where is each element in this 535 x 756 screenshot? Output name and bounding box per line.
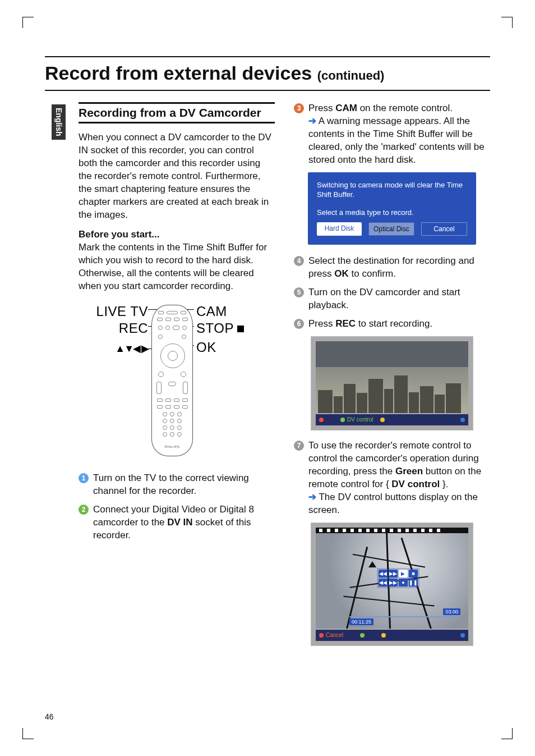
next-button[interactable]: ▶▶ [389, 579, 398, 587]
step-2: 2 Connect your Digital Video or Digital … [79, 503, 275, 542]
callout-nav-text: ▲▼◀ ▶ [115, 343, 148, 354]
dialog-msg: Switching to camera mode will clear the … [317, 180, 467, 200]
step-3-line: Press CAM on the remote control. [308, 103, 453, 113]
pause-button[interactable]: ❚❚ [409, 579, 418, 587]
step-7-line: To use the recorder's remote control to … [308, 440, 481, 489]
badge-3: 3 [294, 103, 304, 113]
callout-ok: OK [196, 338, 216, 356]
badge-7: 7 [294, 441, 304, 451]
green-dot-icon [340, 418, 345, 422]
green-dot-icon [360, 633, 365, 638]
hard-disk-button[interactable]: Hard Disk [317, 222, 362, 236]
remote-row-6 [152, 382, 192, 394]
blue-dot-icon [460, 633, 465, 638]
scene-city [316, 341, 468, 413]
step-6-text: Press REC to start recording. [308, 318, 490, 331]
record-button[interactable]: ● [399, 579, 408, 587]
remote-row-8 [152, 405, 192, 409]
callout-rec: REC [76, 319, 148, 337]
arrow-icon: ➔ [308, 116, 316, 126]
step-3-sub: A warning message appears. All the conte… [308, 116, 485, 165]
right-column: 3 Press CAM on the remote control. ➔ A w… [294, 102, 490, 655]
step-7-sub: The DV control buttons display on the sc… [308, 492, 478, 515]
yellow-dot-icon [381, 633, 386, 638]
step-3-result: ➔ A warning message appears. All the con… [308, 115, 490, 167]
remote-row-10 [152, 419, 192, 423]
remote-row-4 [152, 335, 192, 339]
step-6-b: REC [335, 318, 356, 329]
badge-2: 2 [79, 505, 89, 515]
callout-nav: ▲▼◀ ▶ [76, 342, 148, 355]
step-4-b: OK [334, 268, 349, 279]
callout-livetv: LIVE TV [76, 303, 148, 320]
buildings [316, 372, 468, 413]
remote-row-12 [152, 432, 192, 437]
dv-control-label: DV control [347, 416, 373, 424]
crop-mark [501, 728, 513, 739]
arrow-icon: ➔ [308, 492, 316, 502]
intro-paragraph: When you connect a DV camcorder to the D… [79, 131, 275, 222]
remote-row-9 [152, 412, 192, 416]
before-start-text: Mark the contents in the Time Shift Buff… [79, 242, 267, 291]
callout-ok-text: OK [196, 340, 216, 355]
remote-outline: PHILIPS [151, 305, 193, 456]
progress-bar[interactable] [349, 616, 460, 617]
status-bar: DV control [316, 414, 468, 425]
crop-mark [22, 728, 34, 739]
timecode-total: 03:00 [443, 608, 460, 615]
red-dot-icon [319, 633, 324, 638]
fast-forward-button[interactable]: ▶▶ [389, 570, 398, 578]
blue-dot-icon [460, 418, 465, 422]
dv-control-indicator: DV control [340, 416, 373, 424]
step-3-a: Press [308, 103, 335, 113]
scene-tower: ◀◀ ▶▶ ▶ ■ ◀◀ ▶▶ ● ❚❚ 00:11:25 03:00 [316, 528, 468, 629]
rewind-button[interactable]: ◀◀ [379, 570, 388, 578]
step-6: 6 Press REC to start recording. [294, 318, 490, 331]
dialog-buttons: Hard Disk Optical Disc Cancel [317, 222, 467, 236]
step-7-b: Green [395, 466, 423, 476]
step-2-b: DV IN [167, 517, 192, 528]
crop-mark [501, 17, 513, 28]
step-3-c: on the remote control. [357, 103, 453, 113]
prev-button[interactable]: ◀◀ [379, 579, 388, 587]
callout-rec-text: REC [119, 320, 148, 336]
callout-stop-text: STOP [196, 320, 234, 336]
page-title-continued: (continued) [317, 68, 385, 83]
remote-row-2 [152, 318, 192, 321]
remote-row-5 [152, 372, 192, 377]
step-6-c: to start recording. [356, 318, 432, 329]
cursor-icon [368, 561, 376, 567]
yellow-dot-icon [380, 418, 385, 422]
step-2-text: Connect your Digital Video or Digital 8 … [93, 503, 275, 542]
section-title: Recording from a DV Camcorder [79, 102, 275, 123]
dv-control-panel: ◀◀ ▶▶ ▶ ■ ◀◀ ▶▶ ● ❚❚ [377, 568, 419, 588]
step-1: 1 Turn on the TV to the correct viewing … [79, 472, 275, 498]
page-title-text: Record from external devices [45, 62, 312, 84]
before-start-heading: Before you start... [79, 229, 160, 240]
cancel-button[interactable]: Cancel [421, 222, 467, 236]
step-5-text: Turn on the DV camcorder and start playb… [308, 286, 490, 312]
callout-cam-text: CAM [196, 304, 227, 319]
badge-4: 4 [294, 256, 304, 266]
stop-icon [237, 326, 244, 332]
callout-cam: CAM [196, 303, 227, 320]
page-number: 46 [45, 712, 54, 722]
badge-1: 1 [79, 473, 89, 483]
media-type-dialog: Switching to camera mode will clear the … [308, 172, 476, 245]
step-7-e: }. [440, 479, 448, 489]
crop-mark [22, 17, 34, 28]
stop-button[interactable]: ■ [409, 570, 418, 578]
page-title: Record from external devices (continued) [45, 56, 490, 91]
dialog-prompt: Select a media type to record. [317, 208, 467, 218]
step-7: 7 To use the recorder's remote control t… [294, 439, 490, 517]
remote-row-7 [152, 398, 192, 402]
step-4-c: to confirm. [349, 268, 396, 279]
remote-diagram: LIVE TV REC ▲▼◀ ▶ CAM STOP OK [79, 299, 275, 462]
left-column: Recording from a DV Camcorder When you c… [79, 102, 275, 655]
play-button[interactable]: ▶ [399, 570, 408, 578]
film-sprockets-top [316, 528, 468, 533]
badge-5: 5 [294, 287, 304, 297]
remote-row-3 [152, 326, 192, 330]
optical-disc-button[interactable]: Optical Disc [368, 222, 414, 236]
step-7-result: ➔ The DV control buttons display on the … [308, 491, 490, 517]
